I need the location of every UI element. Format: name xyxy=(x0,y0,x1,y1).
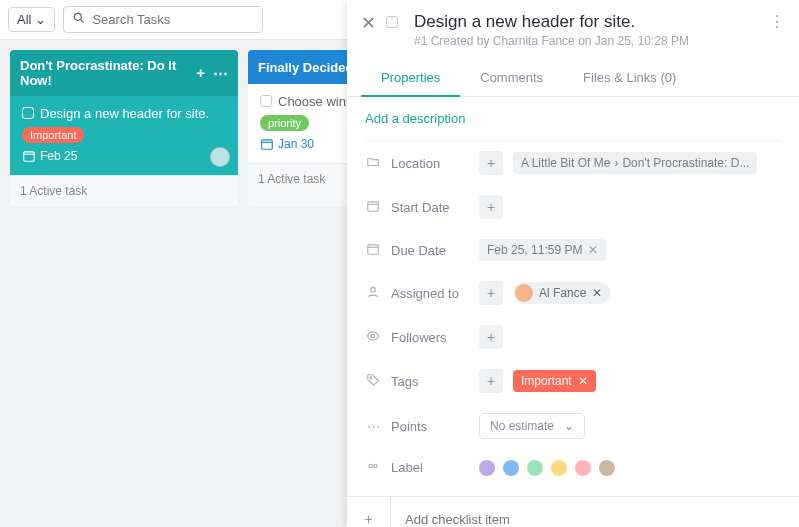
card-tag: priority xyxy=(260,115,309,131)
assigned-label: Assigned to xyxy=(391,286,469,301)
points-label: Points xyxy=(391,419,469,434)
task-complete-checkbox[interactable] xyxy=(386,16,398,28)
description-input[interactable]: Add a description xyxy=(365,111,781,140)
card-date: Jan 30 xyxy=(278,137,314,151)
calendar-icon xyxy=(22,149,36,163)
search-input[interactable] xyxy=(92,12,254,27)
column-footer: 1 Active task xyxy=(10,176,238,206)
location-chip[interactable]: A Little Bit Of Me › Don't Procrastinate… xyxy=(513,152,757,174)
points-icon: ⋯ xyxy=(365,419,381,434)
eye-icon xyxy=(365,329,381,346)
due-date-label: Due Date xyxy=(391,243,469,258)
tab-files-links-[interactable]: Files & Links (0) xyxy=(563,60,696,96)
card-date: Feb 25 xyxy=(40,149,77,163)
svg-point-12 xyxy=(370,376,372,378)
task-subtitle: #1 Created by Charnita Fance on Jan 25, … xyxy=(414,34,759,48)
svg-rect-8 xyxy=(368,244,379,253)
svg-rect-4 xyxy=(262,140,273,149)
tag-chip[interactable]: Important✕ xyxy=(513,370,596,392)
color-swatch[interactable] xyxy=(551,460,567,476)
checklist-input[interactable] xyxy=(391,497,799,527)
calendar-icon xyxy=(365,199,381,216)
card-checkbox[interactable] xyxy=(22,107,34,119)
assignee-chip[interactable]: Al Fance✕ xyxy=(513,282,610,304)
svg-point-10 xyxy=(371,287,376,292)
color-swatch[interactable] xyxy=(575,460,591,476)
label-icon xyxy=(365,459,381,476)
search-wrap[interactable] xyxy=(63,6,263,33)
svg-point-0 xyxy=(75,13,82,20)
add-follower-button[interactable]: + xyxy=(479,325,503,349)
remove-assignee[interactable]: ✕ xyxy=(592,286,602,300)
calendar-icon xyxy=(365,242,381,259)
author-link[interactable]: Charnita Fance xyxy=(493,34,575,48)
avatar xyxy=(210,147,230,167)
card-tag: Important xyxy=(22,127,84,143)
add-location-button[interactable]: + xyxy=(479,151,503,175)
column-title: Don't Procrastinate: Do It Now! xyxy=(20,58,196,88)
add-tag-button[interactable]: + xyxy=(479,369,503,393)
task-title[interactable]: Design a new header for site. xyxy=(414,12,759,32)
svg-point-14 xyxy=(374,464,378,468)
add-card-icon[interactable]: + xyxy=(196,64,205,82)
avatar xyxy=(515,284,533,302)
task-card[interactable]: Design a new header for site.ImportantFe… xyxy=(10,96,238,176)
chevron-down-icon: ⌄ xyxy=(35,12,46,27)
tag-icon xyxy=(365,373,381,390)
card-checkbox[interactable] xyxy=(260,95,272,107)
column-header[interactable]: Don't Procrastinate: Do It Now!+⋯ xyxy=(10,50,238,96)
points-select[interactable]: No estimate⌄ xyxy=(479,413,585,439)
tab-comments[interactable]: Comments xyxy=(460,60,563,96)
due-date-chip[interactable]: Feb 25, 11:59 PM✕ xyxy=(479,239,606,261)
close-icon[interactable]: ✕ xyxy=(361,14,376,32)
search-icon xyxy=(72,11,86,28)
filter-label: All xyxy=(17,12,31,27)
filter-dropdown[interactable]: All ⌄ xyxy=(8,7,55,32)
card-title: Design a new header for site. xyxy=(40,106,209,121)
user-icon xyxy=(365,285,381,302)
followers-label: Followers xyxy=(391,330,469,345)
clear-due-date[interactable]: ✕ xyxy=(588,243,598,257)
task-panel: ✕ Design a new header for site. #1 Creat… xyxy=(347,0,799,527)
folder-icon xyxy=(365,155,381,172)
svg-point-11 xyxy=(371,334,375,338)
add-checklist-button[interactable]: + xyxy=(347,497,391,527)
add-assignee-button[interactable]: + xyxy=(479,281,503,305)
label-label: Label xyxy=(391,460,469,475)
color-swatch[interactable] xyxy=(527,460,543,476)
remove-tag[interactable]: ✕ xyxy=(578,374,588,388)
tab-properties[interactable]: Properties xyxy=(361,60,460,97)
svg-rect-2 xyxy=(24,152,35,161)
svg-rect-6 xyxy=(368,201,379,210)
location-label: Location xyxy=(391,156,469,171)
color-swatch[interactable] xyxy=(599,460,615,476)
svg-point-13 xyxy=(369,464,373,468)
calendar-icon xyxy=(260,137,274,151)
column-menu-icon[interactable]: ⋯ xyxy=(213,64,228,82)
svg-line-1 xyxy=(81,20,84,23)
start-date-label: Start Date xyxy=(391,200,469,215)
color-swatch[interactable] xyxy=(503,460,519,476)
tags-label: Tags xyxy=(391,374,469,389)
color-swatch[interactable] xyxy=(479,460,495,476)
add-start-date-button[interactable]: + xyxy=(479,195,503,219)
chevron-down-icon: ⌄ xyxy=(564,419,574,433)
more-menu-icon[interactable]: ⋮ xyxy=(769,12,785,31)
column-title: Finally Decided t xyxy=(258,60,361,75)
